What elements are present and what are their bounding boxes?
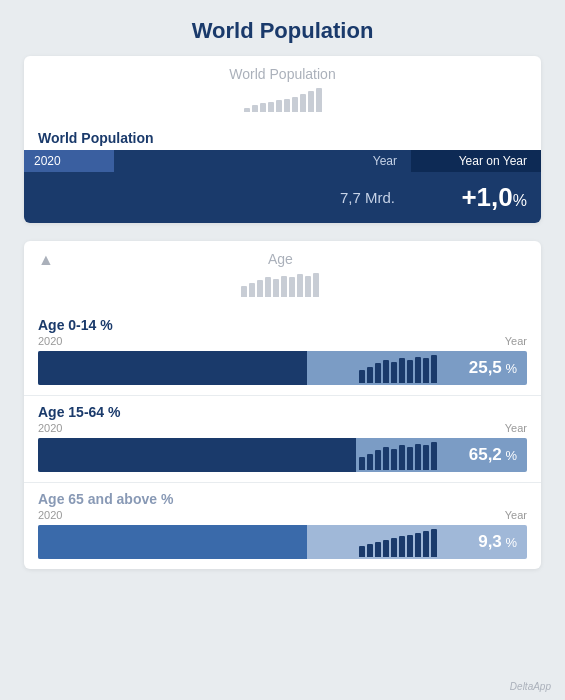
mini-bar bbox=[313, 273, 319, 297]
age-1564-mini-bars bbox=[359, 438, 437, 472]
age-65-value: 9,3 % bbox=[478, 532, 517, 552]
mini-bar bbox=[391, 538, 397, 557]
wp-table-header: 2020 Year Year on Year bbox=[24, 150, 541, 172]
age-014-meta: 2020 Year bbox=[24, 335, 541, 347]
mini-bar bbox=[423, 358, 429, 383]
mini-bar bbox=[423, 531, 429, 557]
age-1564-title: Age 15-64 % bbox=[24, 396, 541, 422]
age-header-label: Age bbox=[54, 251, 507, 267]
mini-bar bbox=[265, 277, 271, 297]
mini-bar bbox=[241, 286, 247, 297]
mini-bar bbox=[260, 103, 266, 112]
wp-mini-chart bbox=[244, 84, 322, 112]
age-65-title: Age 65 and above % bbox=[24, 483, 541, 509]
age-014-year-label: Year bbox=[505, 335, 527, 347]
age-1564-value: 65,2 % bbox=[469, 445, 517, 465]
mini-bar bbox=[308, 91, 314, 112]
mini-bar bbox=[399, 445, 405, 470]
age-65-bar-fill bbox=[38, 525, 307, 559]
mini-bar bbox=[407, 535, 413, 557]
mini-bar bbox=[273, 279, 279, 297]
mini-bar bbox=[383, 360, 389, 383]
mini-bar bbox=[268, 102, 274, 113]
mini-bar bbox=[423, 445, 429, 470]
mini-bar bbox=[367, 367, 373, 383]
mini-bar bbox=[316, 88, 322, 112]
mini-bar bbox=[391, 449, 397, 470]
mini-bar bbox=[292, 97, 298, 112]
age-mini-chart bbox=[54, 269, 507, 297]
mini-bar bbox=[391, 362, 397, 383]
wp-yoy-label: Year on Year bbox=[411, 150, 541, 172]
age-65-year-label: Year bbox=[505, 509, 527, 521]
mini-bar bbox=[289, 277, 295, 297]
wp-year-label: Year bbox=[114, 150, 411, 172]
wp-table-row: 7,7 Mrd. +1,0% bbox=[24, 172, 541, 223]
mini-bar bbox=[431, 529, 437, 557]
mini-bar bbox=[399, 358, 405, 383]
age-1564-bar-fill bbox=[38, 438, 356, 472]
mini-bar bbox=[252, 105, 258, 113]
mini-bar bbox=[407, 360, 413, 383]
age-014-bar: 25,5 % bbox=[38, 351, 527, 385]
age-014-value: 25,5 % bbox=[469, 358, 517, 378]
mini-bar bbox=[367, 544, 373, 557]
wp-year-col: 2020 bbox=[24, 150, 114, 172]
mini-bar bbox=[281, 276, 287, 297]
mini-bar bbox=[375, 450, 381, 470]
mini-bar bbox=[276, 100, 282, 112]
age-014-year: 2020 bbox=[38, 335, 62, 347]
mini-bar bbox=[359, 457, 365, 470]
age-65-mini-bars bbox=[359, 525, 437, 559]
mini-bar bbox=[431, 355, 437, 383]
page-title: World Population bbox=[0, 0, 565, 56]
mini-bar bbox=[359, 546, 365, 557]
mini-bar bbox=[305, 276, 311, 297]
watermark: DeltaApp bbox=[510, 681, 551, 692]
mini-bar bbox=[431, 442, 437, 470]
mini-bar bbox=[257, 280, 263, 297]
wp-value: 7,7 Mrd. bbox=[24, 189, 411, 206]
wp-card-header: World Population bbox=[24, 56, 541, 122]
age-row-1564: Age 15-64 % 2020 Year 65,2 % bbox=[24, 396, 541, 483]
wp-yoy-value: +1,0% bbox=[411, 182, 541, 213]
mini-bar bbox=[415, 533, 421, 557]
age-1564-bar: 65,2 % bbox=[38, 438, 527, 472]
age-014-title: Age 0-14 % bbox=[24, 309, 541, 335]
age-row-014: Age 0-14 % 2020 Year 25,5 % bbox=[24, 309, 541, 396]
mini-bar bbox=[300, 94, 306, 112]
mini-bar bbox=[359, 370, 365, 383]
mini-bar bbox=[244, 108, 250, 113]
mini-bar bbox=[415, 357, 421, 383]
mini-bar bbox=[375, 542, 381, 557]
age-1564-year-label: Year bbox=[505, 422, 527, 434]
chevron-up-icon[interactable]: ▲ bbox=[38, 251, 54, 269]
wp-section-title: World Population bbox=[24, 122, 541, 150]
mini-bar bbox=[284, 99, 290, 113]
mini-bar bbox=[383, 447, 389, 470]
age-65-year: 2020 bbox=[38, 509, 62, 521]
age-row-65: Age 65 and above % 2020 Year 9,3 % bbox=[24, 483, 541, 559]
mini-bar bbox=[407, 447, 413, 470]
age-014-mini-bars bbox=[359, 351, 437, 385]
wp-header-label: World Population bbox=[229, 66, 335, 82]
age-014-bar-fill bbox=[38, 351, 307, 385]
mini-bar bbox=[367, 454, 373, 470]
mini-bar bbox=[415, 444, 421, 470]
mini-bar bbox=[297, 274, 303, 297]
mini-bar bbox=[399, 536, 405, 557]
age-card: ▲ Age Age 0-14 % 2020 Year 25,5 % Age 15… bbox=[24, 241, 541, 569]
age-65-meta: 2020 Year bbox=[24, 509, 541, 521]
age-1564-year: 2020 bbox=[38, 422, 62, 434]
age-card-header: ▲ Age bbox=[24, 241, 541, 309]
mini-bar bbox=[249, 283, 255, 297]
world-population-card: World Population World Population 2020 Y… bbox=[24, 56, 541, 223]
mini-bar bbox=[383, 540, 389, 557]
age-65-bar: 9,3 % bbox=[38, 525, 527, 559]
mini-bar bbox=[375, 363, 381, 383]
age-1564-meta: 2020 Year bbox=[24, 422, 541, 434]
